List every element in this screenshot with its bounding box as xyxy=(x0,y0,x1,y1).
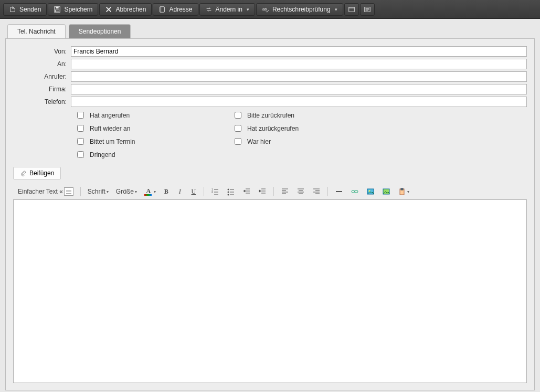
outdent-button[interactable] xyxy=(240,186,253,197)
chevron-down-icon: ▾ xyxy=(135,189,137,194)
phone-label: Telefon: xyxy=(13,98,71,105)
underline-icon: U xyxy=(192,188,196,196)
check-was-here-box[interactable] xyxy=(235,138,241,145)
check-please-callback-box[interactable] xyxy=(235,112,241,119)
check-urgent[interactable]: Dringend xyxy=(75,150,232,160)
view-plain-button[interactable] xyxy=(360,3,375,16)
view-html-button[interactable] xyxy=(344,3,359,16)
size-label: Größe xyxy=(116,188,134,195)
italic-button[interactable]: I xyxy=(174,186,186,197)
tab-send-options[interactable]: Sendeoptionen xyxy=(69,24,131,38)
check-wants-appt[interactable]: Bittet um Termin xyxy=(75,136,232,146)
html-view-icon xyxy=(348,6,355,13)
svg-point-11 xyxy=(227,189,229,190)
addressbook-icon xyxy=(158,6,166,13)
align-center-button[interactable] xyxy=(294,186,308,197)
svg-rect-15 xyxy=(355,190,358,193)
align-right-button[interactable] xyxy=(310,186,323,197)
check-will-call-label: Ruft wieder an xyxy=(90,125,130,132)
check-called-back[interactable]: Hat zurückgerufen xyxy=(232,123,390,133)
hr-button[interactable] xyxy=(332,186,346,197)
cancel-button[interactable]: Abbrechen xyxy=(99,3,152,16)
cancel-label: Abbrechen xyxy=(115,6,146,13)
font-color-icon: A xyxy=(144,187,153,196)
ordered-list-icon: 12 xyxy=(211,187,219,196)
align-right-icon xyxy=(312,187,321,196)
check-called-box[interactable] xyxy=(77,112,84,119)
svg-point-12 xyxy=(227,192,229,193)
check-will-call[interactable]: Ruft wieder an xyxy=(75,123,232,133)
bold-button[interactable]: B xyxy=(161,186,172,197)
phone-field[interactable] xyxy=(71,97,527,107)
separator xyxy=(327,187,328,196)
check-was-here[interactable]: War hier xyxy=(232,136,390,146)
spellcheck-button[interactable]: ab Rechtschreibprüfung ▾ xyxy=(256,3,343,16)
align-left-icon xyxy=(281,187,289,196)
align-left-button[interactable] xyxy=(278,186,292,197)
chevron-down-icon: ▾ xyxy=(154,189,156,194)
paperclip-icon xyxy=(20,170,26,176)
indent-button[interactable] xyxy=(256,186,269,197)
company-label: Firma: xyxy=(13,86,71,93)
chevron-down-icon: ▾ xyxy=(335,7,337,12)
image-button[interactable] xyxy=(364,186,377,197)
spellcheck-label: Rechtschreibprüfung xyxy=(272,6,331,13)
send-label: Senden xyxy=(19,6,41,13)
check-please-callback[interactable]: Bitte zurückrufen xyxy=(232,110,390,120)
tab-message[interactable]: Tel. Nachricht xyxy=(7,24,66,38)
change-icon xyxy=(205,6,213,13)
caller-label: Anrufer: xyxy=(13,73,71,80)
attach-button[interactable]: Beifügen xyxy=(13,167,61,179)
font-size-picker[interactable]: Größe▾ xyxy=(113,186,140,197)
check-please-callback-label: Bitte zurückrufen xyxy=(247,112,294,119)
clipboard-icon xyxy=(398,187,406,196)
svg-rect-2 xyxy=(56,9,59,12)
message-body-editor[interactable] xyxy=(13,199,527,383)
underline-button[interactable]: U xyxy=(188,186,199,197)
ordered-list-button[interactable]: 12 xyxy=(208,186,222,197)
check-called-back-box[interactable] xyxy=(235,125,241,132)
from-field[interactable] xyxy=(71,46,527,57)
unordered-list-button[interactable] xyxy=(224,186,238,197)
link-button[interactable] xyxy=(348,186,362,197)
bold-icon: B xyxy=(164,188,168,196)
caller-field[interactable] xyxy=(71,71,527,82)
check-will-call-box[interactable] xyxy=(77,125,84,132)
separator xyxy=(204,187,204,196)
rte-toolbar: Einfacher Text « Schrift▾ Größe▾ A ▾ B I… xyxy=(13,184,527,199)
plain-text-icon xyxy=(64,187,73,196)
background-image-icon xyxy=(382,187,390,196)
unordered-list-icon xyxy=(227,187,235,196)
check-urgent-label: Dringend xyxy=(90,151,115,158)
company-field[interactable] xyxy=(71,84,527,94)
change-to-button[interactable]: Ändern in ▾ xyxy=(199,3,255,16)
tab-options-label: Sendeoptionen xyxy=(79,28,121,35)
align-center-icon xyxy=(297,187,305,196)
svg-rect-4 xyxy=(160,6,162,12)
font-color-picker[interactable]: A ▾ xyxy=(142,186,158,197)
check-called[interactable]: Hat angerufen xyxy=(75,110,232,120)
send-icon xyxy=(9,6,16,13)
indent-icon xyxy=(258,187,267,196)
svg-point-13 xyxy=(227,194,229,196)
svg-rect-14 xyxy=(352,190,355,193)
plain-text-toggle[interactable]: Einfacher Text « xyxy=(15,186,76,197)
check-wants-appt-label: Bittet um Termin xyxy=(90,138,135,145)
svg-text:2: 2 xyxy=(211,190,213,194)
horizontal-rule-icon xyxy=(335,187,343,196)
svg-rect-20 xyxy=(401,188,403,190)
italic-icon: I xyxy=(179,188,181,196)
background-image-button[interactable] xyxy=(379,186,393,197)
address-button[interactable]: Adresse xyxy=(153,3,198,16)
check-urgent-box[interactable] xyxy=(77,151,84,158)
check-wants-appt-box[interactable] xyxy=(77,138,84,145)
to-field[interactable] xyxy=(71,59,527,69)
outdent-icon xyxy=(242,187,251,196)
link-icon xyxy=(351,187,359,196)
to-label: An: xyxy=(13,60,71,68)
cancel-icon xyxy=(105,6,112,13)
save-button[interactable]: Speichern xyxy=(48,3,98,16)
font-family-picker[interactable]: Schrift▾ xyxy=(85,186,111,197)
clipboard-button[interactable]: ▾ xyxy=(395,186,412,197)
send-button[interactable]: Senden xyxy=(3,3,47,16)
